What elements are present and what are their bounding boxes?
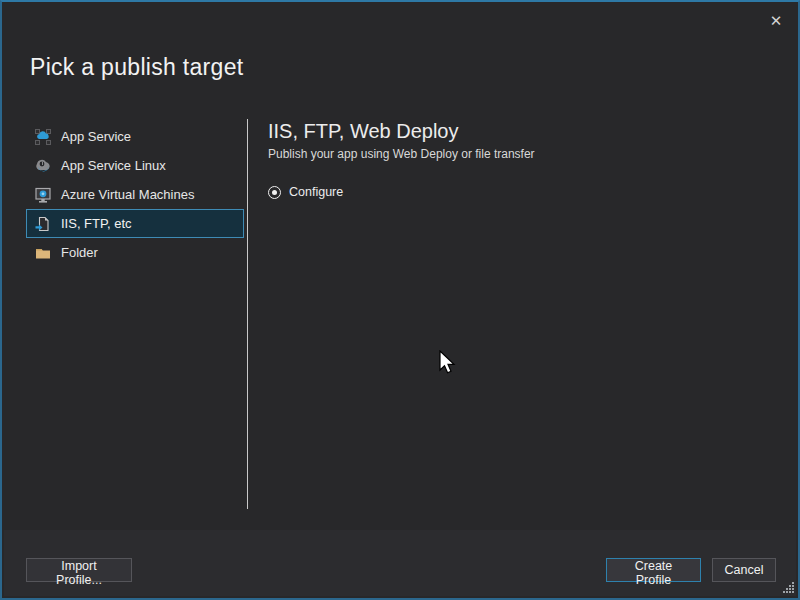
sidebar-item-app-service-linux[interactable]: App Service Linux [26,151,244,180]
sidebar-item-iis-ftp[interactable]: IIS, FTP, etc [26,209,244,238]
cancel-button[interactable]: Cancel [712,558,776,582]
sidebar-item-label: App Service Linux [61,158,166,173]
configure-radio-label: Configure [289,185,343,199]
sidebar-content-divider [247,119,248,509]
sidebar-item-label: Azure Virtual Machines [61,187,194,202]
mouse-cursor [439,350,456,376]
import-profile-button[interactable]: Import Profile... [26,558,132,582]
iis-ftp-icon [35,216,51,232]
publish-target-dialog: ✕ Pick a publish target App Service [0,0,800,600]
radio-button-icon[interactable] [268,186,281,199]
target-heading: IIS, FTP, Web Deploy [268,120,778,143]
configure-radio[interactable]: Configure [268,185,778,199]
app-service-linux-icon [35,158,51,174]
sidebar-item-label: App Service [61,129,131,144]
sidebar-item-folder[interactable]: Folder [26,238,244,267]
create-profile-button[interactable]: Create Profile [606,558,701,582]
resize-grip[interactable] [782,581,795,594]
target-subtitle: Publish your app using Web Deploy or fil… [268,147,778,161]
close-icon[interactable]: ✕ [764,10,788,32]
sidebar-item-label: IIS, FTP, etc [61,216,132,231]
page-title: Pick a publish target [30,54,243,81]
sidebar-item-app-service[interactable]: App Service [26,122,244,151]
sidebar-item-azure-virtual-machines[interactable]: Azure Virtual Machines [26,180,244,209]
radio-dot [272,190,277,195]
azure-vm-icon [35,187,51,203]
sidebar-item-label: Folder [61,245,98,260]
target-detail-panel: IIS, FTP, Web Deploy Publish your app us… [268,120,778,199]
folder-icon [35,245,51,261]
publish-target-list: App Service App Service Linux Azure Virt… [26,122,244,267]
app-service-icon [35,129,51,145]
